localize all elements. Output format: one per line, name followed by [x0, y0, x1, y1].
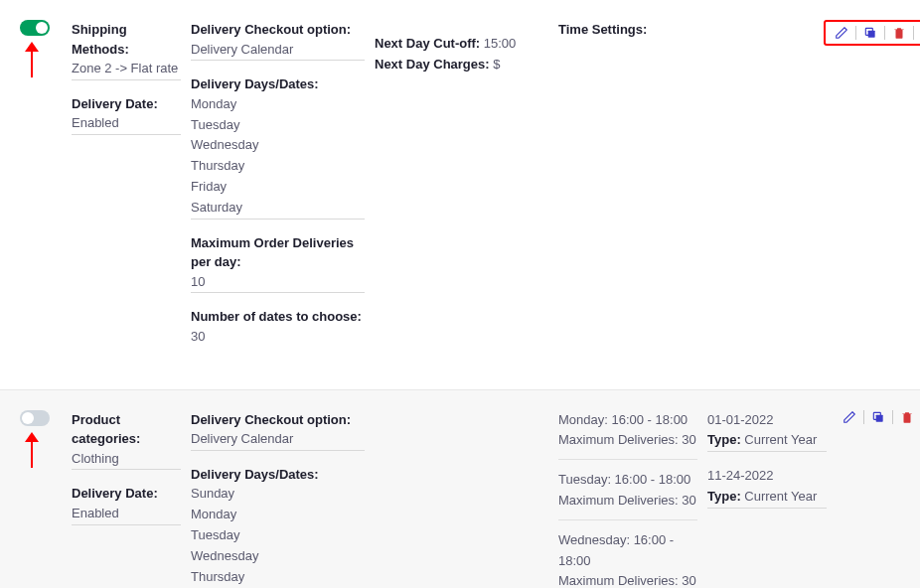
nextday-cutoff-value: 15:00	[484, 36, 517, 51]
trash-icon	[900, 410, 914, 424]
toggle-cell	[20, 20, 72, 362]
col-product: Product categories: Clothing Delivery Da…	[72, 410, 191, 588]
col-dates: 01-01-2022 Type: Current Year 11-24-2022…	[707, 410, 837, 588]
delivery-days-label: Delivery Days/Dates:	[191, 74, 365, 94]
action-divider	[913, 26, 914, 40]
enable-toggle[interactable]	[20, 410, 50, 426]
col-empty	[375, 410, 558, 588]
timeslot-max: Maximum Deliveries: 30	[558, 571, 697, 588]
col-checkout: Delivery Checkout option: Delivery Calen…	[191, 410, 375, 588]
delete-button[interactable]	[889, 26, 909, 40]
max-deliveries-label: Maximum Order Deliveries per day:	[191, 233, 365, 272]
delivery-date-label: Delivery Date:	[72, 484, 181, 504]
timeslot-line: Tuesday: 16:00 - 18:00	[558, 470, 697, 491]
col-time-settings: Time Settings:	[558, 20, 707, 362]
svg-rect-2	[876, 414, 883, 421]
action-divider	[863, 410, 864, 424]
toggle-cell	[20, 410, 72, 588]
settings-row: Shipping Methods: Zone 2 -> Flat rate De…	[0, 0, 920, 390]
copy-icon	[871, 410, 885, 424]
col-timeslots: Monday: 16:00 - 18:00Maximum Deliveries:…	[558, 410, 707, 588]
action-divider	[855, 26, 856, 40]
delete-button[interactable]	[897, 410, 917, 424]
annotation-arrow-shaft	[31, 48, 33, 77]
delivery-day: Monday	[191, 94, 365, 115]
col-actions	[837, 410, 920, 588]
delivery-day-inline: Sunday	[191, 486, 234, 501]
pencil-icon	[843, 410, 856, 424]
product-categories-value: Clothing	[72, 449, 181, 470]
nextday-charges-label: Next Day Charges:	[375, 57, 490, 72]
trash-icon	[892, 26, 906, 40]
delivery-day: Thursday	[191, 156, 365, 177]
svg-rect-0	[868, 31, 875, 38]
product-categories-label: Product categories:	[72, 410, 181, 449]
col-checkout: Delivery Checkout option: Delivery Calen…	[191, 20, 375, 362]
col-actions	[837, 20, 920, 362]
action-divider	[892, 410, 893, 424]
enable-toggle[interactable]	[20, 20, 50, 36]
delivery-day: Saturday	[191, 198, 365, 219]
annotation-arrow-shaft	[31, 438, 33, 468]
num-dates-value: 30	[191, 327, 365, 348]
checkout-option-label: Delivery Checkout option:	[191, 410, 365, 430]
pencil-icon	[835, 26, 848, 40]
checkout-option-value: Delivery Calendar	[191, 429, 365, 450]
delivery-day: Wednesday	[191, 546, 365, 567]
checkout-option-label: Delivery Checkout option:	[191, 20, 365, 40]
time-settings-label: Time Settings:	[558, 20, 697, 40]
num-dates-label: Number of dates to choose:	[191, 307, 365, 327]
shipping-methods-label: Shipping Methods:	[72, 20, 181, 59]
action-divider	[884, 26, 885, 40]
delivery-days-label: Delivery Days/Dates:	[191, 467, 319, 482]
timeslot-line: Wednesday: 16:00 - 18:00	[558, 530, 697, 572]
timeslot-max: Maximum Deliveries: 30	[558, 430, 697, 451]
delivery-date-value: Enabled	[72, 504, 181, 524]
holiday-type-value: Current Year	[744, 489, 817, 504]
col-shipping: Shipping Methods: Zone 2 -> Flat rate De…	[72, 20, 191, 362]
nextday-cutoff-label: Next Day Cut-off:	[375, 36, 480, 51]
delivery-day: Friday	[191, 177, 365, 198]
checkout-option-value: Delivery Calendar	[191, 40, 365, 61]
max-deliveries-value: 10	[191, 272, 365, 293]
delivery-date-value: Enabled	[72, 113, 181, 134]
holiday-type-label: Type:	[707, 432, 741, 447]
holiday-type-value: Current Year	[744, 432, 817, 447]
delivery-day: Monday	[191, 505, 365, 525]
holiday-date: 11-24-2022	[707, 466, 827, 487]
actions-highlight-box	[824, 20, 920, 46]
timeslot-line: Monday: 16:00 - 18:00	[558, 410, 697, 431]
delivery-date-label: Delivery Date:	[72, 94, 181, 114]
holiday-date: 01-01-2022	[707, 410, 827, 431]
col-nextday: Next Day Cut-off: 15:00 Next Day Charges…	[375, 20, 558, 362]
shipping-methods-value: Zone 2 -> Flat rate	[72, 59, 181, 79]
timeslot-max: Maximum Deliveries: 30	[558, 491, 697, 512]
delivery-day: Tuesday	[191, 525, 365, 546]
settings-row: Product categories: Clothing Delivery Da…	[0, 390, 920, 588]
edit-button[interactable]	[840, 410, 859, 424]
edit-button[interactable]	[832, 26, 851, 40]
copy-button[interactable]	[868, 410, 888, 424]
copy-button[interactable]	[860, 26, 880, 40]
holiday-type-label: Type:	[707, 489, 741, 504]
nextday-charges-value: $	[493, 57, 500, 72]
delivery-day: Thursday	[191, 567, 365, 588]
col-dates	[707, 20, 837, 362]
delivery-day: Tuesday	[191, 115, 365, 136]
copy-icon	[863, 26, 877, 40]
delivery-day: Wednesday	[191, 135, 365, 156]
